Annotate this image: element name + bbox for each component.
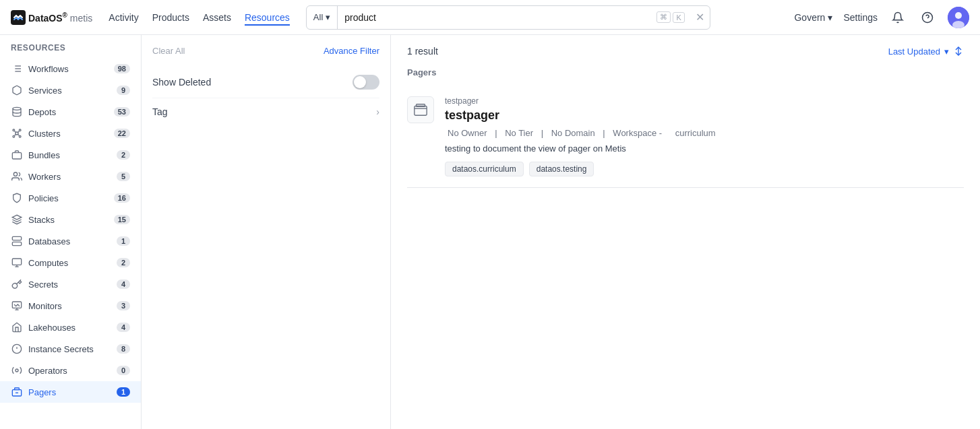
sidebar-item-databases[interactable]: Databases 1 xyxy=(0,230,141,252)
sidebar-badge: 4 xyxy=(117,279,130,289)
result-card: testpager testpager No Owner | No Tier |… xyxy=(407,86,964,188)
show-deleted-label: Show Deleted xyxy=(152,77,211,88)
operators-icon xyxy=(11,364,23,376)
show-deleted-toggle[interactable] xyxy=(353,75,379,90)
databases-icon xyxy=(11,235,23,247)
search-input[interactable] xyxy=(338,12,651,23)
nav-resources[interactable]: Resources xyxy=(245,9,290,26)
show-deleted-row: Show Deleted xyxy=(152,67,379,98)
result-tags: dataos.curriculum dataos.testing xyxy=(445,162,964,176)
bundles-icon xyxy=(11,149,23,161)
result-title[interactable]: testpager xyxy=(445,108,964,123)
advance-filter-button[interactable]: Advance Filter xyxy=(324,46,379,56)
sidebar-item-monitors[interactable]: Monitors 3 xyxy=(0,295,141,317)
chevron-down-icon: ▾ xyxy=(326,12,330,22)
sidebar-item-label: Secrets xyxy=(28,279,111,290)
svg-point-23 xyxy=(13,172,17,176)
top-nav: DataOS® metis Activity Products Assets R… xyxy=(0,0,980,35)
workspace-label: Workspace - xyxy=(613,128,662,138)
result-tag[interactable]: dataos.testing xyxy=(529,162,594,176)
sidebar-item-label: Services xyxy=(28,86,111,96)
sidebar-badge: 2 xyxy=(117,258,130,267)
notifications-button[interactable] xyxy=(888,8,907,27)
sidebar-badge: 16 xyxy=(114,193,130,203)
sidebar-item-label: Pagers xyxy=(28,387,111,397)
section-title: Pagers xyxy=(407,67,964,77)
services-icon xyxy=(11,84,23,96)
sidebar-badge: 1 xyxy=(117,236,130,246)
logo-icon xyxy=(11,10,26,25)
computes-icon xyxy=(11,257,23,269)
sidebar-item-label: Stacks xyxy=(28,215,109,225)
sidebar-badge: 53 xyxy=(114,107,130,117)
nav-activity[interactable]: Activity xyxy=(109,9,138,26)
sidebar-item-bundles[interactable]: Bundles 2 xyxy=(0,144,141,166)
result-description: testing to document the view of pager on… xyxy=(445,143,964,154)
meta-separator: | xyxy=(603,128,607,138)
svg-point-14 xyxy=(13,129,15,131)
sidebar-title: Resources xyxy=(0,43,141,58)
search-clear-button[interactable]: ✕ xyxy=(690,11,710,24)
clusters-icon xyxy=(11,127,23,139)
pagers-icon xyxy=(11,386,23,398)
sidebar-badge: 22 xyxy=(114,129,130,138)
sidebar-item-workers[interactable]: Workers 5 xyxy=(0,166,141,187)
no-tier: No Tier xyxy=(505,128,533,138)
svg-line-21 xyxy=(18,134,19,135)
tag-row[interactable]: Tag › xyxy=(152,98,379,125)
results-header: 1 result Last Updated ▾ xyxy=(407,46,964,57)
svg-point-15 xyxy=(19,129,21,131)
svg-point-4 xyxy=(955,12,962,19)
search-scope[interactable]: All ▾ xyxy=(307,6,338,29)
svg-point-16 xyxy=(13,135,15,137)
sidebar-item-label: Depots xyxy=(28,107,109,117)
govern-button[interactable]: Govern ▾ xyxy=(794,12,832,23)
svg-rect-22 xyxy=(12,153,21,159)
k-key: K xyxy=(673,12,684,23)
nav-products[interactable]: Products xyxy=(152,9,189,26)
nav-assets[interactable]: Assets xyxy=(203,9,231,26)
svg-line-19 xyxy=(18,131,19,133)
sidebar-item-depots[interactable]: Depots 53 xyxy=(0,101,141,123)
sidebar-item-lakehouses[interactable]: Lakehouses 4 xyxy=(0,317,141,338)
help-button[interactable] xyxy=(918,8,937,27)
sidebar-item-label: Workers xyxy=(28,172,111,182)
svg-rect-42 xyxy=(415,106,427,116)
sidebar-badge: 15 xyxy=(114,215,130,224)
sidebar-item-label: Operators xyxy=(28,366,111,376)
avatar[interactable] xyxy=(948,7,969,28)
sidebar-item-operators[interactable]: Operators 0 xyxy=(0,360,141,381)
result-subtitle: testpager xyxy=(445,96,964,106)
sidebar-item-policies[interactable]: Policies 16 xyxy=(0,187,141,209)
sidebar-item-computes[interactable]: Computes 2 xyxy=(0,252,141,273)
sidebar-item-label: Policies xyxy=(28,193,109,203)
nav-links: Activity Products Assets Resources xyxy=(109,9,290,26)
monitors-icon xyxy=(11,300,23,312)
policies-icon xyxy=(11,192,23,204)
sidebar-item-clusters[interactable]: Clusters 22 xyxy=(0,123,141,144)
sidebar-badge: 98 xyxy=(114,64,130,73)
clear-all-button[interactable]: Clear All xyxy=(152,46,185,56)
sidebar-item-label: Bundles xyxy=(28,150,111,160)
sidebar-item-secrets[interactable]: Secrets 4 xyxy=(0,273,141,295)
sidebar-item-workflows[interactable]: Workflows 98 xyxy=(0,58,141,79)
settings-button[interactable]: Settings xyxy=(843,12,878,23)
sort-direction-icon xyxy=(953,46,964,57)
search-bar: All ▾ ⌘ K ✕ xyxy=(306,5,710,30)
sidebar: Resources Workflows 98 Services 9 Depots… xyxy=(0,35,142,429)
result-content: testpager testpager No Owner | No Tier |… xyxy=(445,96,964,176)
result-tag[interactable]: dataos.curriculum xyxy=(445,162,524,176)
sidebar-badge: 3 xyxy=(117,301,130,310)
workflows-icon xyxy=(11,63,23,75)
svg-rect-43 xyxy=(417,104,425,107)
workers-icon xyxy=(11,170,23,183)
svg-point-17 xyxy=(19,135,21,137)
sidebar-item-pagers[interactable]: Pagers 1 xyxy=(0,381,141,403)
sidebar-item-stacks[interactable]: Stacks 15 xyxy=(0,209,141,230)
sidebar-item-instance-secrets[interactable]: Instance Secrets 8 xyxy=(0,338,141,360)
sidebar-item-label: Instance Secrets xyxy=(28,344,111,354)
sort-button[interactable]: Last Updated ▾ xyxy=(888,46,964,57)
cmd-key: ⌘ xyxy=(656,11,671,23)
svg-marker-24 xyxy=(12,215,21,220)
sidebar-item-services[interactable]: Services 9 xyxy=(0,79,141,101)
